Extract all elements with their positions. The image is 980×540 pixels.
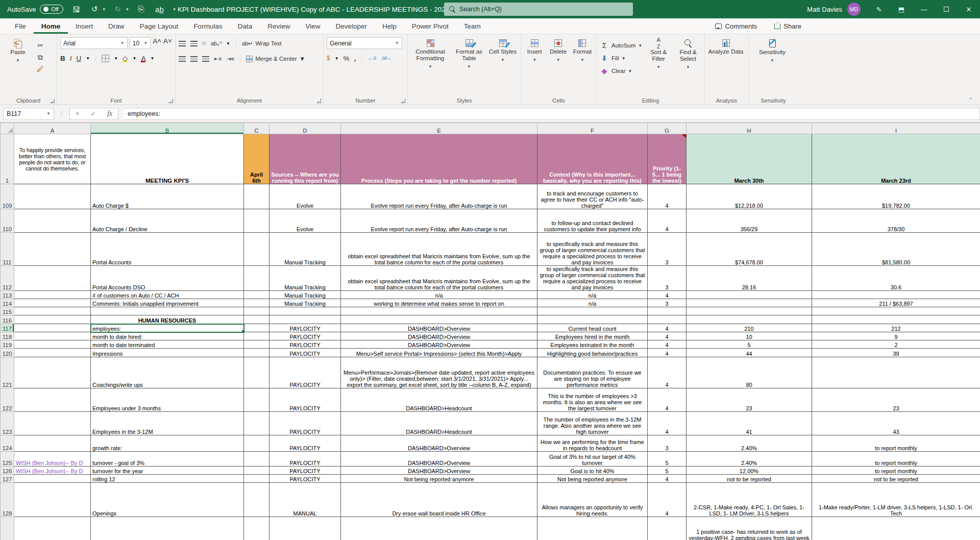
underline-dropdown-icon[interactable]: ▼ (86, 56, 90, 61)
cell-G120[interactable]: 4 (648, 349, 687, 357)
row-header-113[interactable]: 113 (1, 291, 14, 299)
row-header-118[interactable]: 118 (1, 332, 14, 340)
decrease-indent-icon[interactable]: ⇤≡ (214, 56, 222, 62)
ribbon-display-options-icon[interactable]: ⬒ (890, 0, 913, 18)
cell-E124[interactable]: DASHBOARD>Overview (341, 435, 537, 452)
cell-H126[interactable]: 12.00% (687, 467, 812, 475)
align-right-icon[interactable] (202, 56, 209, 62)
cell-D123[interactable]: PAYLOCITY (270, 412, 341, 435)
tab-file[interactable]: File (7, 18, 34, 34)
insert-function-icon[interactable]: fx (107, 110, 112, 118)
cell-C115[interactable] (244, 307, 270, 315)
orientation-dropdown-icon[interactable]: ▼ (226, 41, 230, 46)
cell-F117[interactable]: Current head count (537, 324, 648, 332)
font-color-dropdown-icon[interactable]: ▼ (150, 56, 154, 61)
cell-E117[interactable]: DASHBOARD>Overview (341, 324, 537, 332)
search-input[interactable]: Search (Alt+Q) (444, 3, 633, 16)
restore-button[interactable] (935, 0, 958, 18)
cell-D111[interactable]: Manual Tracking (270, 233, 341, 266)
column-header-I[interactable]: I (812, 123, 980, 134)
cell-D117[interactable]: PAYLOCITY (270, 324, 341, 332)
align-bottom-icon[interactable] (202, 42, 206, 45)
tab-developer[interactable]: Developer (328, 18, 375, 34)
presenter-pen-icon[interactable]: ✎ (868, 0, 890, 18)
cell-B127[interactable]: rolling 12 (91, 475, 244, 483)
column-header-D[interactable]: D (270, 123, 341, 134)
tab-home[interactable]: Home (34, 18, 68, 34)
orientation-icon[interactable]: ab⤢ (211, 40, 222, 47)
column-header-C[interactable]: C (244, 123, 270, 134)
cell-E121[interactable]: Menu>Performace>Jornals>(Remove date upd… (341, 357, 537, 388)
cell-B128[interactable]: Openings (91, 483, 244, 517)
cell-C112[interactable] (244, 266, 270, 291)
cell-C127[interactable] (244, 475, 270, 483)
undo-icon[interactable]: ↺ (89, 4, 100, 15)
save-icon[interactable]: 🖫 (70, 4, 82, 15)
cell-H117[interactable]: 210 (687, 324, 812, 332)
cell-C117[interactable] (244, 324, 270, 332)
cell-A112[interactable] (14, 266, 91, 291)
qat-custom-icon-1[interactable]: ⎘ (135, 4, 146, 15)
alignment-dialog-launcher[interactable] (316, 99, 321, 103)
accounting-format-icon[interactable]: $ (327, 55, 330, 62)
cell-E127[interactable]: Not being reported anymore (341, 475, 537, 483)
row-header-1[interactable]: 1 (1, 134, 14, 184)
cell-F116[interactable] (537, 315, 648, 324)
comments-button[interactable]: Comments (715, 22, 757, 30)
font-color-icon[interactable]: A (141, 55, 145, 62)
cell-B120[interactable]: Impressions (91, 349, 244, 357)
cell-styles-button[interactable]: Cell Styles▼ (488, 37, 517, 95)
cell-C114[interactable] (244, 299, 270, 307)
cell-I123[interactable]: 43 (812, 412, 980, 435)
cell-E125[interactable]: DASHBOARD>Overview (341, 452, 537, 467)
cell-G127[interactable]: 4 (648, 475, 687, 483)
cell-I115[interactable] (812, 307, 980, 315)
cell-E110[interactable]: Evolve report run every Friday, after Au… (341, 209, 537, 233)
cell-D125[interactable]: PAYLOCITY (270, 452, 341, 467)
font-size-select[interactable]: 10▼ (130, 37, 151, 49)
tab-team[interactable]: Team (456, 18, 488, 34)
fill-color-icon[interactable]: ◇ (122, 54, 128, 62)
cell-A118[interactable] (14, 332, 91, 340)
cell-G126[interactable]: 5 (648, 467, 687, 475)
close-button[interactable]: ✕ (958, 0, 980, 18)
row-header-117[interactable]: 117 (1, 324, 14, 332)
column-header-E[interactable]: E (341, 123, 537, 134)
confirm-entry-icon[interactable]: ✓ (90, 110, 95, 117)
cell-F115[interactable] (537, 307, 648, 315)
cell-G121[interactable]: 4 (648, 357, 687, 388)
row-header-129[interactable]: 129 (1, 517, 14, 540)
cell-C109[interactable] (244, 184, 270, 209)
cell-C113[interactable] (244, 291, 270, 299)
tab-data[interactable]: Data (230, 18, 260, 34)
decrease-decimal-icon[interactable]: .00→ (381, 56, 392, 61)
cell-I1[interactable]: March 23rd (812, 134, 980, 184)
cell-C116[interactable] (244, 315, 270, 324)
minimize-button[interactable]: — (913, 0, 935, 18)
cell-F119[interactable]: Employees terinated in the month (537, 340, 648, 349)
comma-style-icon[interactable]: , (354, 55, 356, 62)
cell-H116[interactable] (687, 315, 812, 324)
cell-C122[interactable] (244, 388, 270, 412)
cell-H110[interactable]: 356/29 (687, 209, 812, 233)
cell-I112[interactable]: 30.6 (812, 266, 980, 291)
fill-color-dropdown-icon[interactable]: ▼ (133, 56, 137, 61)
cell-H124[interactable]: 2.40% (687, 435, 812, 452)
cell-F113[interactable]: n/a (537, 291, 648, 299)
cell-C119[interactable] (244, 340, 270, 349)
cell-E111[interactable]: obtain excel spreadsheet that Maricris m… (341, 233, 537, 266)
cell-A123[interactable] (14, 412, 91, 435)
cell-G109[interactable]: 4 (648, 184, 687, 209)
cell-D126[interactable]: PAYLOCITY (270, 467, 341, 475)
row-header-109[interactable]: 109 (1, 184, 14, 209)
row-header-112[interactable]: 112 (1, 266, 14, 291)
cell-H123[interactable]: 41 (687, 412, 812, 435)
undo-dropdown-icon[interactable]: ▾ (103, 7, 105, 12)
tab-insert[interactable]: Insert (68, 18, 101, 34)
cell-C123[interactable] (244, 412, 270, 435)
cell-D1[interactable]: Sources -- Where are you running this re… (270, 134, 341, 184)
cell-H125[interactable]: 2.40% (687, 452, 812, 467)
cell-G122[interactable]: 4 (648, 388, 687, 412)
delete-cells-button[interactable]: Delete▼ (548, 37, 568, 95)
cell-C124[interactable] (244, 435, 270, 452)
